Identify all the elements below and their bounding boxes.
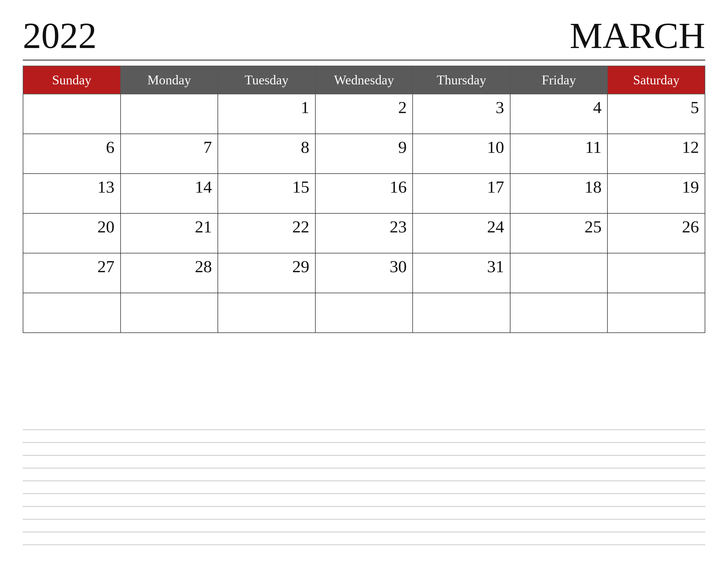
calendar-cell: 6 bbox=[23, 134, 121, 174]
notes-line-7 bbox=[23, 506, 705, 507]
notes-line-3 bbox=[23, 455, 705, 455]
calendar-cell: 4 bbox=[510, 94, 608, 134]
calendar-cell bbox=[510, 253, 608, 293]
calendar-page: 2022 MARCH Sunday Monday Tuesday Wednesd… bbox=[0, 0, 728, 562]
notes-line-6 bbox=[23, 493, 705, 494]
header-saturday: Saturday bbox=[607, 66, 705, 94]
calendar-cell: 15 bbox=[218, 174, 315, 214]
calendar-cell: 11 bbox=[510, 134, 608, 174]
calendar-row-3: 20212223242526 bbox=[23, 214, 705, 253]
calendar-cell: 10 bbox=[413, 134, 510, 174]
calendar-cell: 21 bbox=[121, 214, 218, 253]
calendar-cell: 16 bbox=[315, 174, 413, 214]
calendar-cell: 8 bbox=[218, 134, 315, 174]
calendar-cell: 12 bbox=[607, 134, 705, 174]
calendar-cell: 14 bbox=[121, 174, 218, 214]
calendar-cell: 29 bbox=[218, 253, 315, 293]
calendar-cell: 22 bbox=[218, 214, 315, 253]
calendar-table: Sunday Monday Tuesday Wednesday Thursday… bbox=[23, 66, 705, 333]
days-header-row: Sunday Monday Tuesday Wednesday Thursday… bbox=[23, 66, 705, 94]
notes-line-2 bbox=[23, 442, 705, 443]
header-divider bbox=[23, 60, 705, 61]
calendar-cell: 13 bbox=[23, 174, 121, 214]
calendar-cell: 26 bbox=[607, 214, 705, 253]
calendar-cell: 19 bbox=[607, 174, 705, 214]
calendar-cell bbox=[510, 293, 608, 333]
calendar-row-1: 6789101112 bbox=[23, 134, 705, 174]
calendar-row-5 bbox=[23, 293, 705, 333]
calendar-cell: 28 bbox=[121, 253, 218, 293]
header-friday: Friday bbox=[510, 66, 608, 94]
calendar-cell: 1 bbox=[218, 94, 315, 134]
notes-section bbox=[23, 341, 705, 545]
notes-line-4 bbox=[23, 468, 705, 468]
calendar-cell bbox=[315, 293, 413, 333]
calendar-cell: 20 bbox=[23, 214, 121, 253]
header-tuesday: Tuesday bbox=[218, 66, 315, 94]
notes-line-5 bbox=[23, 481, 705, 481]
calendar-row-2: 13141516171819 bbox=[23, 174, 705, 214]
calendar-cell bbox=[413, 293, 510, 333]
header-monday: Monday bbox=[121, 66, 218, 94]
calendar-cell: 31 bbox=[413, 253, 510, 293]
calendar-cell: 17 bbox=[413, 174, 510, 214]
calendar-cell: 30 bbox=[315, 253, 413, 293]
calendar-cell bbox=[121, 293, 218, 333]
calendar-cell: 23 bbox=[315, 214, 413, 253]
calendar-cell bbox=[121, 94, 218, 134]
calendar-cell bbox=[23, 293, 121, 333]
calendar-row-0: 12345 bbox=[23, 94, 705, 134]
calendar-cell: 18 bbox=[510, 174, 608, 214]
header-wednesday: Wednesday bbox=[315, 66, 413, 94]
calendar-cell bbox=[607, 253, 705, 293]
calendar-cell: 9 bbox=[315, 134, 413, 174]
calendar-cell bbox=[218, 293, 315, 333]
year-label: 2022 bbox=[23, 17, 97, 54]
calendar-cell: 24 bbox=[413, 214, 510, 253]
header: 2022 MARCH bbox=[23, 17, 705, 54]
notes-line-8 bbox=[23, 519, 705, 519]
calendar-cell bbox=[23, 94, 121, 134]
calendar-cell: 7 bbox=[121, 134, 218, 174]
notes-line-10 bbox=[23, 545, 705, 545]
header-sunday: Sunday bbox=[23, 66, 121, 94]
calendar-cell: 3 bbox=[413, 94, 510, 134]
calendar-cell: 2 bbox=[315, 94, 413, 134]
calendar-cell: 27 bbox=[23, 253, 121, 293]
header-thursday: Thursday bbox=[413, 66, 510, 94]
calendar-row-4: 2728293031 bbox=[23, 253, 705, 293]
calendar-cell bbox=[607, 293, 705, 333]
calendar-cell: 25 bbox=[510, 214, 608, 253]
month-label: MARCH bbox=[570, 17, 705, 54]
calendar-cell: 5 bbox=[607, 94, 705, 134]
